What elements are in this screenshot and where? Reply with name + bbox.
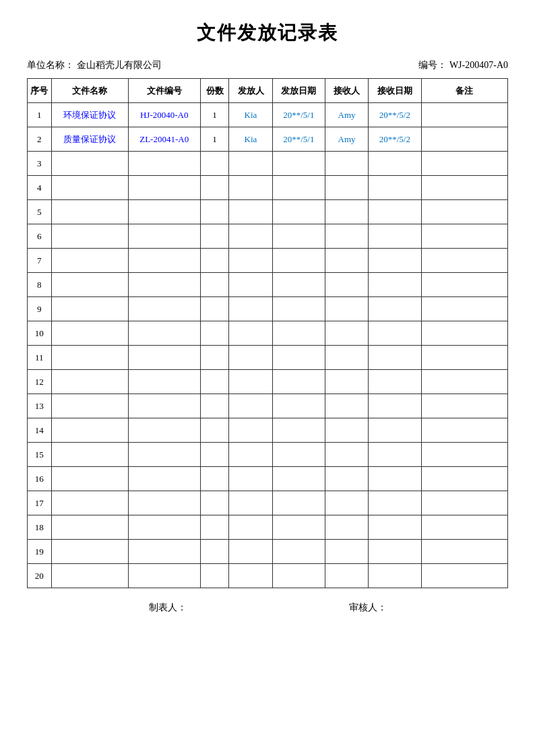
cell-name (51, 515, 128, 540)
table-row: 2质量保证协议ZL-20041-A01Kia20**/5/1Amy20**/5/… (28, 127, 508, 152)
cell-notes (421, 564, 507, 588)
cell-seq: 16 (28, 467, 52, 491)
cell-sender (229, 540, 272, 564)
cell-recv-date (369, 152, 421, 176)
cell-copies (200, 200, 229, 224)
cell-recv-date: 20**/5/2 (369, 103, 421, 127)
page-title: 文件发放记录表 (27, 20, 508, 46)
cell-name (51, 540, 128, 564)
cell-send-date (272, 346, 325, 370)
cell-copies: 1 (200, 103, 229, 127)
cell-send-date (272, 515, 325, 540)
cell-seq: 13 (28, 394, 52, 418)
cell-send-date (272, 467, 325, 491)
table-row: 9 (28, 297, 508, 321)
cell-code (128, 515, 200, 540)
cell-send-date (272, 297, 325, 321)
cell-sender (229, 297, 272, 321)
cell-recv-date (369, 491, 421, 515)
cell-send-date (272, 418, 325, 443)
cell-seq: 10 (28, 321, 52, 346)
cell-seq: 11 (28, 346, 52, 370)
cell-seq: 6 (28, 224, 52, 249)
cell-receiver (325, 443, 369, 467)
header-name: 文件名称 (51, 79, 128, 103)
cell-copies (200, 176, 229, 200)
cell-seq: 20 (28, 564, 52, 588)
cell-sender (229, 515, 272, 540)
cell-sender (229, 224, 272, 249)
cell-sender (229, 200, 272, 224)
cell-notes (421, 321, 507, 346)
cell-receiver (325, 249, 369, 273)
cell-seq: 18 (28, 515, 52, 540)
cell-code (128, 249, 200, 273)
cell-notes (421, 418, 507, 443)
cell-receiver (325, 321, 369, 346)
cell-receiver (325, 564, 369, 588)
table-row: 19 (28, 540, 508, 564)
cell-send-date: 20**/5/1 (272, 127, 325, 152)
cell-name (51, 224, 128, 249)
table-header-row: 序号 文件名称 文件编号 份数 发放人 发放日期 接收人 接收日期 备注 (28, 79, 508, 103)
cell-name (51, 394, 128, 418)
cell-sender (229, 418, 272, 443)
cell-copies (200, 394, 229, 418)
header-code: 文件编号 (128, 79, 200, 103)
cell-sender (229, 152, 272, 176)
cell-notes (421, 443, 507, 467)
table-row: 20 (28, 564, 508, 588)
cell-notes (421, 394, 507, 418)
cell-send-date (272, 176, 325, 200)
cell-recv-date (369, 200, 421, 224)
document-code: 编号： WJ-200407-A0 (418, 59, 508, 71)
table-row: 3 (28, 152, 508, 176)
table-row: 11 (28, 346, 508, 370)
table-row: 15 (28, 443, 508, 467)
cell-name (51, 491, 128, 515)
cell-name (51, 564, 128, 588)
cell-name: 环境保证协议 (51, 103, 128, 127)
cell-notes (421, 200, 507, 224)
cell-copies (200, 540, 229, 564)
cell-notes (421, 346, 507, 370)
cell-code (128, 200, 200, 224)
cell-copies (200, 467, 229, 491)
cell-receiver (325, 540, 369, 564)
cell-sender (229, 394, 272, 418)
cell-notes (421, 370, 507, 394)
cell-name (51, 370, 128, 394)
cell-send-date (272, 321, 325, 346)
cell-recv-date (369, 515, 421, 540)
cell-name (51, 176, 128, 200)
cell-name: 质量保证协议 (51, 127, 128, 152)
cell-seq: 1 (28, 103, 52, 127)
cell-seq: 15 (28, 443, 52, 467)
cell-seq: 19 (28, 540, 52, 564)
code-label: 编号： (418, 60, 447, 70)
cell-receiver (325, 176, 369, 200)
cell-receiver (325, 394, 369, 418)
cell-code (128, 370, 200, 394)
cell-code (128, 152, 200, 176)
cell-copies (200, 297, 229, 321)
table-row: 16 (28, 467, 508, 491)
header-receiver: 接收人 (325, 79, 369, 103)
cell-recv-date (369, 321, 421, 346)
cell-recv-date (369, 467, 421, 491)
cell-send-date (272, 540, 325, 564)
cell-send-date (272, 370, 325, 394)
cell-seq: 12 (28, 370, 52, 394)
cell-seq: 3 (28, 152, 52, 176)
cell-copies (200, 491, 229, 515)
cell-code (128, 564, 200, 588)
cell-recv-date (369, 346, 421, 370)
cell-receiver (325, 491, 369, 515)
cell-notes (421, 103, 507, 127)
cell-sender: Kia (229, 103, 272, 127)
table-row: 13 (28, 394, 508, 418)
cell-code (128, 321, 200, 346)
cell-send-date (272, 249, 325, 273)
cell-send-date (272, 394, 325, 418)
cell-receiver: Amy (325, 103, 369, 127)
